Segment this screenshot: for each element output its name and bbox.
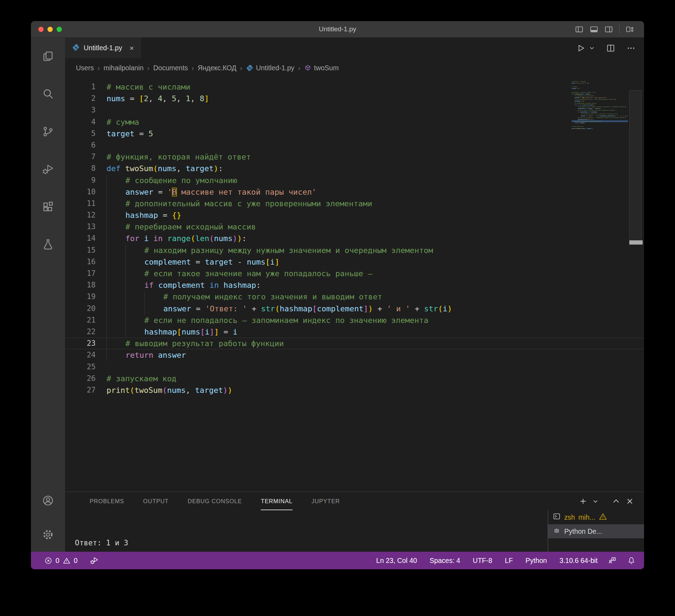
terminal-list-detail: mih... bbox=[578, 513, 595, 521]
panel-tab-jupyter[interactable]: JUPYTER bbox=[311, 492, 340, 510]
breadcrumb-separator: › bbox=[147, 64, 150, 72]
code-line[interactable]: 4# сумма bbox=[65, 116, 644, 128]
status-item[interactable]: Python bbox=[526, 557, 547, 565]
breadcrumb-item[interactable]: mihailpolanin bbox=[104, 64, 144, 72]
problems-status[interactable]: 0 0 bbox=[44, 557, 78, 565]
status-item[interactable]: Spaces: 4 bbox=[430, 557, 460, 565]
files-icon[interactable] bbox=[31, 38, 65, 75]
breadcrumb-item[interactable]: Яндекс.КОД bbox=[198, 64, 236, 72]
run-dropdown-chevron-icon[interactable] bbox=[589, 45, 595, 51]
settings-gear-icon[interactable] bbox=[31, 518, 65, 552]
code-line[interactable]: 8def twoSum(nums, target): bbox=[65, 163, 644, 174]
code-line[interactable]: 3 bbox=[65, 104, 644, 116]
minimap-line: print(twoSum(nums, target)) bbox=[572, 128, 628, 129]
panel-tab-terminal[interactable]: TERMINAL bbox=[261, 492, 292, 510]
code-line[interactable]: 10answer = 'В массиве нет такой пары чис… bbox=[65, 186, 644, 198]
line-number: 20 bbox=[65, 303, 107, 315]
code-editor[interactable]: 1# массив с числами2nums = [2, 4, 5, 1, … bbox=[65, 78, 644, 492]
editor-tab-bar: Untitled-1.py × bbox=[65, 38, 644, 58]
code-line[interactable]: 9# сообщение по умолчанию bbox=[65, 175, 644, 186]
panel-tab-output[interactable]: OUTPUT bbox=[143, 492, 169, 510]
line-number: 2 bbox=[65, 93, 107, 104]
debug-console-icon bbox=[553, 526, 561, 536]
code-line[interactable]: 26# запускаем код bbox=[65, 373, 644, 384]
new-terminal-icon[interactable] bbox=[579, 497, 587, 506]
tab-untitled-1-py[interactable]: Untitled-1.py × bbox=[65, 38, 141, 58]
code-line[interactable]: 20answer = 'Ответ: ' + str(hashmap[compl… bbox=[65, 303, 644, 315]
code-line[interactable]: 24return answer bbox=[65, 349, 644, 361]
terminal-list-item-python-debug[interactable]: Python De... bbox=[548, 524, 644, 538]
customize-layout-icon[interactable] bbox=[625, 25, 634, 34]
source-control-icon[interactable] bbox=[31, 113, 65, 150]
breadcrumb-label: Users bbox=[76, 64, 94, 72]
debug-status-icon[interactable] bbox=[90, 556, 99, 565]
minimize-window-button[interactable] bbox=[47, 27, 53, 32]
code-line[interactable]: 17# если такое значение нам уже попадало… bbox=[65, 268, 644, 279]
toggle-panel-icon[interactable] bbox=[590, 25, 598, 34]
line-number: 18 bbox=[65, 279, 107, 291]
maximize-panel-icon[interactable] bbox=[612, 497, 621, 506]
minimap[interactable]: # массив с числамиnums = [2, 4, 5, 1, 8]… bbox=[572, 80, 628, 182]
scrollbar-slider[interactable] bbox=[629, 90, 642, 242]
python-icon bbox=[246, 64, 253, 72]
code-line[interactable]: 25 bbox=[65, 361, 644, 373]
toggle-primary-sidebar-icon[interactable] bbox=[575, 25, 584, 34]
line-content: # сообщение по умолчанию bbox=[107, 175, 237, 186]
breadcrumb-item[interactable]: Untitled-1.py bbox=[246, 64, 294, 72]
split-editor-icon[interactable] bbox=[606, 44, 615, 53]
extensions-icon[interactable] bbox=[31, 188, 65, 226]
code-line[interactable]: 13# перебираем исходный массив bbox=[65, 221, 644, 233]
status-item[interactable]: 3.10.6 64-bit bbox=[560, 557, 598, 565]
line-number: 23 bbox=[65, 338, 107, 349]
feedback-icon[interactable] bbox=[608, 556, 617, 565]
notifications-bell-icon[interactable] bbox=[627, 556, 636, 565]
code-line[interactable]: 6 bbox=[65, 140, 644, 151]
terminal-dropdown-chevron-icon[interactable] bbox=[592, 498, 598, 504]
line-number: 6 bbox=[65, 140, 107, 151]
line-content: if complement in hashmap: bbox=[107, 279, 261, 291]
line-number: 26 bbox=[65, 373, 107, 384]
status-item[interactable]: Ln 23, Col 40 bbox=[376, 557, 417, 565]
breadcrumb-label: Яндекс.КОД bbox=[198, 64, 236, 72]
panel-tab-debug-console[interactable]: DEBUG CONSOLE bbox=[188, 492, 242, 510]
run-python-file-icon[interactable] bbox=[576, 44, 585, 53]
line-number: 10 bbox=[65, 186, 107, 198]
code-line[interactable]: 7# функция, которая найдёт ответ bbox=[65, 151, 644, 163]
code-line[interactable]: 15# находим разницу между нужным значени… bbox=[65, 245, 644, 256]
code-line[interactable]: 18if complement in hashmap: bbox=[65, 279, 644, 291]
code-line[interactable]: 11# дополнительный массив с уже проверен… bbox=[65, 198, 644, 209]
editor-scrollbar[interactable] bbox=[629, 78, 644, 492]
more-actions-icon[interactable] bbox=[626, 44, 636, 53]
panel-tab-problems[interactable]: PROBLEMS bbox=[90, 492, 124, 510]
close-tab-icon[interactable]: × bbox=[129, 44, 134, 52]
code-line[interactable]: 21# если не попадалось — запоминаем инде… bbox=[65, 315, 644, 326]
toggle-secondary-sidebar-icon[interactable] bbox=[604, 25, 613, 34]
close-window-button[interactable] bbox=[38, 27, 44, 32]
code-line[interactable]: 14for i in range(len(nums)): bbox=[65, 233, 644, 244]
terminal-output[interactable]: Ответ: 1 и 3 mihailpolanin@Mike-MBP Янде… bbox=[65, 510, 548, 552]
code-line[interactable]: 1# массив с числами bbox=[65, 81, 644, 93]
code-line[interactable]: 27print(twoSum(nums, target)) bbox=[65, 384, 644, 396]
code-line[interactable]: 23# выводим результат работы функции bbox=[65, 338, 644, 349]
code-line[interactable]: 12hashmap = {} bbox=[65, 209, 644, 221]
zoom-window-button[interactable] bbox=[57, 27, 62, 32]
code-line[interactable]: 2nums = [2, 4, 5, 1, 8] bbox=[65, 93, 644, 104]
close-panel-icon[interactable] bbox=[625, 497, 634, 506]
breadcrumb-item[interactable]: Users bbox=[76, 64, 94, 72]
code-line[interactable]: 22hashmap[nums[i]] = i bbox=[65, 326, 644, 338]
run-debug-icon[interactable] bbox=[31, 150, 65, 188]
account-icon[interactable] bbox=[31, 484, 65, 518]
code-line[interactable]: 5target = 5 bbox=[65, 128, 644, 140]
testing-icon[interactable] bbox=[31, 226, 65, 263]
status-item[interactable]: LF bbox=[505, 557, 513, 565]
search-icon[interactable] bbox=[31, 75, 65, 113]
activity-bar bbox=[31, 38, 65, 552]
breadcrumb-item[interactable]: Documents bbox=[153, 64, 188, 72]
line-content: # массив с числами bbox=[107, 81, 190, 93]
warning-status-icon bbox=[63, 557, 71, 565]
status-item[interactable]: UTF-8 bbox=[473, 557, 492, 565]
code-line[interactable]: 19# получаем индекс того значения и выво… bbox=[65, 291, 644, 303]
terminal-list-item-zsh[interactable]: zsh mih... bbox=[548, 510, 644, 524]
breadcrumb-item[interactable]: twoSum bbox=[304, 64, 339, 72]
code-line[interactable]: 16complement = target - nums[i] bbox=[65, 256, 644, 268]
